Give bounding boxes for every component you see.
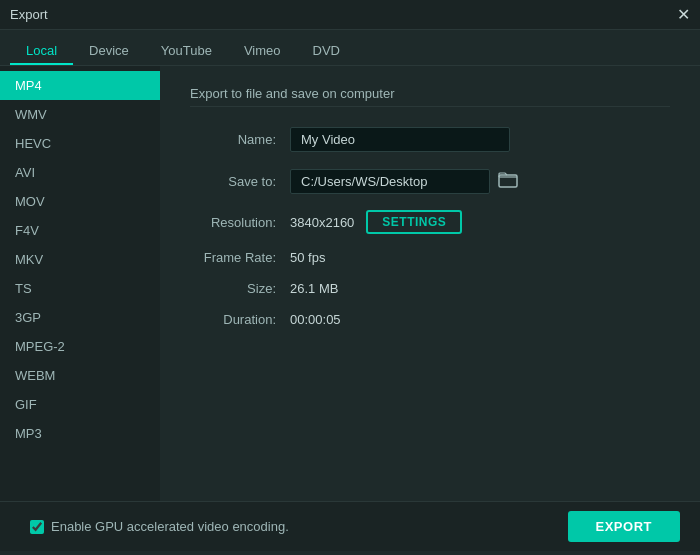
frame-rate-row: Frame Rate: 50 fps: [190, 250, 670, 265]
gpu-encoding-row: Enable GPU accelerated video encoding.: [30, 519, 289, 534]
close-button[interactable]: ✕: [677, 7, 690, 23]
save-path-input[interactable]: [290, 169, 490, 194]
sidebar-item-hevc[interactable]: HEVC: [0, 129, 160, 158]
duration-value: 00:00:05: [290, 312, 341, 327]
sidebar-item-gif[interactable]: GIF: [0, 390, 160, 419]
folder-icon: [498, 170, 518, 188]
sidebar-item-ts[interactable]: TS: [0, 274, 160, 303]
sidebar-item-avi[interactable]: AVI: [0, 158, 160, 187]
main-content: MP4 WMV HEVC AVI MOV F4V MKV TS 3GP MPEG…: [0, 66, 700, 501]
export-settings-panel: Export to file and save on computer Name…: [160, 66, 700, 501]
path-row: [290, 168, 520, 194]
sidebar-item-mkv[interactable]: MKV: [0, 245, 160, 274]
tab-vimeo[interactable]: Vimeo: [228, 38, 297, 65]
sidebar-item-webm[interactable]: WEBM: [0, 361, 160, 390]
tab-dvd[interactable]: DVD: [297, 38, 356, 65]
resolution-value: 3840x2160: [290, 215, 354, 230]
size-row: Size: 26.1 MB: [190, 281, 670, 296]
tab-youtube[interactable]: YouTube: [145, 38, 228, 65]
sidebar-item-3gp[interactable]: 3GP: [0, 303, 160, 332]
sidebar-item-mp3[interactable]: MP3: [0, 419, 160, 448]
sidebar-item-mov[interactable]: MOV: [0, 187, 160, 216]
sidebar-item-wmv[interactable]: WMV: [0, 100, 160, 129]
resolution-label: Resolution:: [190, 215, 290, 230]
sidebar-item-f4v[interactable]: F4V: [0, 216, 160, 245]
name-input[interactable]: [290, 127, 510, 152]
sidebar-item-mp4[interactable]: MP4: [0, 71, 160, 100]
duration-label: Duration:: [190, 312, 290, 327]
gpu-encoding-checkbox[interactable]: [30, 520, 44, 534]
footer: Enable GPU accelerated video encoding. E…: [0, 501, 700, 551]
name-label: Name:: [190, 132, 290, 147]
sidebar-item-mpeg2[interactable]: MPEG-2: [0, 332, 160, 361]
section-title: Export to file and save on computer: [190, 86, 670, 107]
tab-device[interactable]: Device: [73, 38, 145, 65]
save-to-row: Save to:: [190, 168, 670, 194]
resolution-row: Resolution: 3840x2160 SETTINGS: [190, 210, 670, 234]
resolution-value-row: 3840x2160 SETTINGS: [290, 210, 462, 234]
format-sidebar: MP4 WMV HEVC AVI MOV F4V MKV TS 3GP MPEG…: [0, 66, 160, 501]
settings-button[interactable]: SETTINGS: [366, 210, 462, 234]
frame-rate-label: Frame Rate:: [190, 250, 290, 265]
browse-folder-button[interactable]: [496, 168, 520, 194]
window-title: Export: [10, 7, 48, 22]
frame-rate-value: 50 fps: [290, 250, 325, 265]
tab-bar: Local Device YouTube Vimeo DVD: [0, 30, 700, 66]
name-row: Name:: [190, 127, 670, 152]
size-value: 26.1 MB: [290, 281, 338, 296]
size-label: Size:: [190, 281, 290, 296]
export-button[interactable]: EXPORT: [568, 511, 680, 542]
save-to-label: Save to:: [190, 174, 290, 189]
duration-row: Duration: 00:00:05: [190, 312, 670, 327]
gpu-encoding-label: Enable GPU accelerated video encoding.: [51, 519, 289, 534]
title-bar: Export ✕: [0, 0, 700, 30]
tab-local[interactable]: Local: [10, 38, 73, 65]
